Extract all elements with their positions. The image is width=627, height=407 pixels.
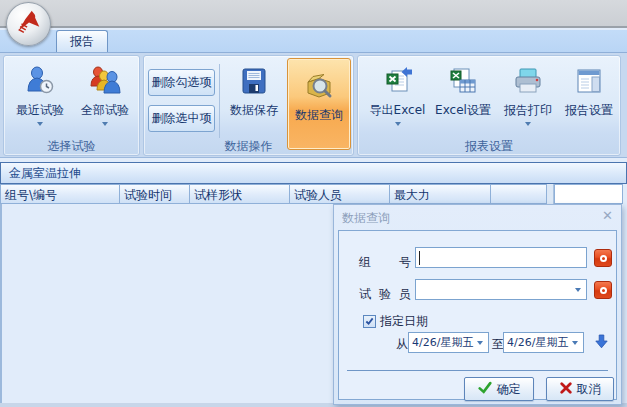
header-gap (547, 184, 554, 204)
chevron-down-icon (477, 341, 483, 345)
specify-date-checkbox[interactable]: 指定日期 (363, 313, 428, 330)
column-header-test-time[interactable]: 试验时间 (120, 184, 190, 204)
circle-icon (600, 287, 607, 294)
dialog-panel: 组 号 试 验 员 (338, 230, 617, 400)
query-dialog: 数据查询 ✕ 组 号 试 验 员 (333, 204, 622, 405)
app-window: 报告 最近试验 (0, 0, 627, 407)
checkbox-checked-icon (363, 315, 376, 328)
group-no-lookup-button[interactable] (594, 249, 612, 267)
app-logo-button[interactable] (6, 2, 51, 46)
ribbon-group-report-settings: 导出Excel Excel设置 (357, 55, 621, 156)
dialog-title: 数据查询 (342, 210, 390, 227)
to-date-value: 4/26/星期五 (507, 336, 568, 349)
group-no-input[interactable] (415, 247, 587, 268)
query-data-button[interactable]: 数据查询 (287, 58, 351, 150)
dialog-divider (347, 370, 608, 371)
date-range-row: 从 4/26/星期五 至 4/26/星期五 (339, 332, 616, 354)
all-tests-label: 全部试验 (81, 102, 129, 119)
save-data-label: 数据保存 (230, 102, 278, 119)
printer-icon (511, 64, 545, 98)
query-data-label: 数据查询 (295, 107, 343, 124)
chevron-down-icon (102, 122, 108, 126)
app-logo-icon (14, 7, 44, 41)
chevron-down-icon (572, 341, 578, 345)
group-label-report-settings: 报表设置 (358, 138, 620, 153)
dialog-close-button[interactable]: ✕ (602, 208, 613, 224)
save-data-button[interactable]: 数据保存 (223, 60, 285, 140)
ok-label: 确定 (497, 381, 521, 398)
excel-settings-icon (446, 64, 480, 98)
tester-combobox[interactable] (415, 279, 587, 300)
check-icon (478, 381, 492, 397)
to-date-combobox[interactable]: 4/26/星期五 (503, 332, 584, 353)
group-label-select-test: 选择试验 (4, 138, 139, 153)
delete-checked-items-button[interactable]: 删除勾选项 (148, 69, 215, 96)
export-excel-label: 导出Excel (370, 102, 426, 119)
column-header-empty (491, 184, 547, 204)
specify-date-label: 指定日期 (380, 313, 428, 330)
group-label-data-operations: 数据操作 (144, 138, 353, 153)
apply-date-arrow-button[interactable] (595, 334, 608, 352)
group-no-label: 组 号 (359, 254, 411, 271)
section-title: 金属室温拉伸 (9, 166, 81, 180)
title-bar (0, 0, 627, 28)
x-icon (560, 382, 572, 397)
text-caret (419, 251, 420, 265)
from-label: 从 (396, 336, 408, 353)
column-header-group-id[interactable]: 组号\编号 (0, 184, 120, 204)
cancel-button[interactable]: 取消 (546, 377, 614, 401)
cancel-label: 取消 (577, 381, 601, 398)
tester-label: 试 验 员 (359, 286, 411, 303)
delete-selected-items-label: 删除选中项 (152, 110, 212, 127)
tab-report-label: 报告 (70, 34, 94, 48)
all-tests-button[interactable]: 全部试验 (74, 60, 136, 140)
floppy-save-icon (237, 64, 271, 98)
delete-checked-items-label: 删除勾选项 (152, 74, 212, 91)
tester-lookup-button[interactable] (594, 281, 612, 299)
table-header: 组号\编号 试验时间 试样形状 试验人员 最大力 (0, 184, 627, 204)
export-excel-icon (381, 64, 415, 98)
ribbon-group-data-operations: 删除勾选项 删除选中项 数据保存 (143, 55, 354, 156)
circle-icon (600, 255, 607, 262)
column-header-max-force[interactable]: 最大力 (390, 184, 491, 204)
recent-tests-label: 最近试验 (16, 102, 64, 119)
recent-tests-button[interactable]: 最近试验 (9, 60, 71, 140)
ribbon-group-select-test: 最近试验 全部试验 选择试验 (3, 55, 140, 156)
tab-strip: 报告 (0, 30, 627, 52)
report-settings-label: 报告设置 (565, 102, 613, 119)
print-report-label: 报告打印 (504, 102, 552, 119)
report-window-icon (572, 64, 606, 98)
excel-settings-button[interactable]: Excel设置 (431, 60, 495, 140)
ribbon: 最近试验 全部试验 选择试验 (0, 52, 627, 158)
chevron-down-icon (575, 288, 581, 292)
chevron-down-icon (395, 122, 401, 126)
excel-settings-label: Excel设置 (435, 102, 491, 119)
export-excel-button[interactable]: 导出Excel (366, 60, 429, 140)
recent-tests-person-clock-icon (23, 64, 57, 98)
column-header-sample-shape[interactable]: 试样形状 (190, 184, 290, 204)
tab-report[interactable]: 报告 (56, 30, 108, 52)
delete-selected-items-button[interactable]: 删除选中项 (148, 105, 215, 132)
ok-button[interactable]: 确定 (464, 377, 534, 401)
section-title-bar: 金属室温拉伸 (0, 162, 627, 184)
chevron-down-icon (37, 122, 43, 126)
group-separator (219, 64, 220, 138)
from-date-value: 4/26/星期五 (412, 336, 473, 349)
column-header-tester[interactable]: 试验人员 (290, 184, 390, 204)
header-white-area (554, 184, 623, 204)
print-report-button[interactable]: 报告打印 (499, 60, 557, 140)
box-magnifier-icon (302, 69, 336, 103)
report-settings-button[interactable]: 报告设置 (558, 60, 620, 140)
chevron-down-icon (525, 122, 531, 126)
from-date-combobox[interactable]: 4/26/星期五 (408, 332, 489, 353)
all-tests-people-icon (88, 64, 122, 98)
